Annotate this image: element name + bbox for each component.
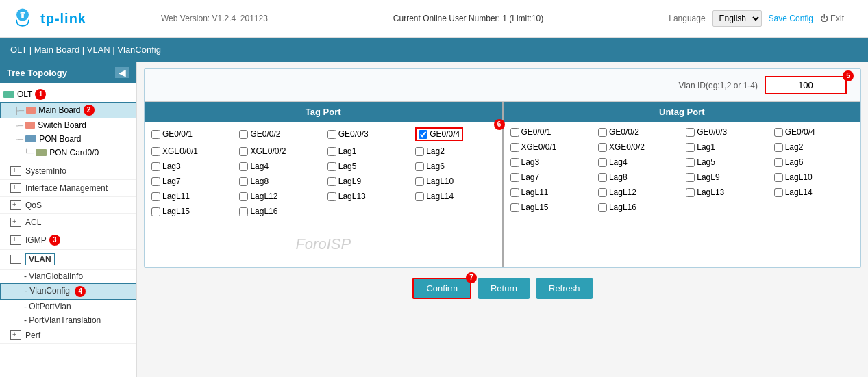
menu-item-systeminfo[interactable]: SystemInfo xyxy=(0,163,136,180)
checkbox-untag-lagl15[interactable] xyxy=(510,203,519,212)
save-config-link[interactable]: Save Config xyxy=(769,14,813,23)
checkbox-untag-lagl14[interactable] xyxy=(774,188,783,197)
sidebar-item-pon-card[interactable]: └─ PON Card0/0 xyxy=(0,146,136,159)
menu-item-interface[interactable]: Interface Management xyxy=(0,180,136,197)
checkbox-untag-lag1[interactable] xyxy=(686,143,695,152)
checkbox-tag-xge002[interactable] xyxy=(239,147,248,156)
checkbox-untag-ge003[interactable] xyxy=(686,128,695,137)
svg-rect-1 xyxy=(20,12,25,14)
checkbox-tag-lag1[interactable] xyxy=(327,147,336,156)
breadcrumb: OLT | Main Board | VLAN | VlanConfig xyxy=(10,44,161,55)
checkbox-untag-lag7[interactable] xyxy=(510,173,519,182)
checkbox-tag-ge002[interactable] xyxy=(239,130,248,139)
expand-icon-vlan xyxy=(10,255,21,264)
header-right: Language English Save Config ⏻ Exit xyxy=(669,10,844,27)
checkbox-tag-lag8[interactable] xyxy=(239,177,248,186)
submenu-port-vlan-trans[interactable]: - PortVlanTranslation xyxy=(0,313,136,327)
checkbox-tag-lagl11[interactable] xyxy=(151,192,160,201)
checkbox-untag-lagl13[interactable] xyxy=(686,188,695,197)
untag-port-lagl10: LagL10 xyxy=(770,170,858,185)
badge-3: 3 xyxy=(49,235,60,246)
submenu-vlan-config[interactable]: - VlanConfig 4 xyxy=(0,283,136,300)
checkbox-tag-lag4[interactable] xyxy=(239,162,248,171)
submenu-vlan-global[interactable]: - VlanGlobalInfo xyxy=(0,270,136,283)
checkbox-tag-lagl10[interactable] xyxy=(415,177,424,186)
exit-button[interactable]: ⏻ Exit xyxy=(820,14,844,23)
checkbox-tag-lagl13[interactable] xyxy=(327,192,336,201)
ports-sections: Tag Port GE0/0/1 GE0/0/2 GE0/0/3 xyxy=(145,102,860,267)
checkbox-tag-lag5[interactable] xyxy=(327,162,336,171)
expand-icon-systeminfo xyxy=(10,166,21,176)
expand-icon-qos xyxy=(10,200,21,210)
tag-port-lag8: Lag8 xyxy=(235,174,323,189)
sidebar-item-olt[interactable]: OLT 1 xyxy=(0,87,136,102)
expand-icon-igmp xyxy=(10,235,21,245)
untag-port-lag8: Lag8 xyxy=(594,170,682,185)
checkbox-untag-lag2[interactable] xyxy=(774,143,783,152)
sidebar-item-main-board[interactable]: ├─ Main Board 2 xyxy=(0,102,136,118)
pon-board-icon xyxy=(25,135,36,142)
checkbox-tag-lagl9[interactable] xyxy=(327,177,336,186)
olt-label: OLT xyxy=(17,90,32,99)
tag-port-lagl10: LagL10 xyxy=(411,174,499,189)
checkbox-tag-xge001[interactable] xyxy=(151,147,160,156)
checkbox-untag-ge001[interactable] xyxy=(510,128,519,137)
checkbox-untag-lag4[interactable] xyxy=(598,158,607,167)
menu-item-perf[interactable]: Perf xyxy=(0,327,136,344)
vlan-config-box: Vlan ID(eg:1,2 or 1-4) 5 Tag Port GE0/0/… xyxy=(144,68,861,268)
language-select[interactable]: English xyxy=(712,10,762,27)
refresh-button[interactable]: Refresh xyxy=(536,278,593,299)
untag-port-ge002: GE0/0/2 xyxy=(594,125,682,140)
submenu-olt-port-vlan[interactable]: - OltPortVlan xyxy=(0,300,136,313)
checkbox-untag-xge001[interactable] xyxy=(510,143,519,152)
checkbox-tag-lag2[interactable] xyxy=(415,147,424,156)
checkbox-untag-lag8[interactable] xyxy=(598,173,607,182)
sidebar-item-pon-board[interactable]: ├─ PON Board xyxy=(0,132,136,146)
tag-port-lag5: Lag5 xyxy=(323,159,411,174)
checkbox-untag-lag6[interactable] xyxy=(774,158,783,167)
checkbox-untag-lagl9[interactable] xyxy=(686,173,695,182)
checkbox-untag-ge002[interactable] xyxy=(598,128,607,137)
return-button[interactable]: Return xyxy=(478,278,530,299)
checkbox-tag-lag7[interactable] xyxy=(151,177,160,186)
menu-item-qos[interactable]: QoS xyxy=(0,197,136,214)
checkbox-untag-lagl16[interactable] xyxy=(598,203,607,212)
tag-port-xge001: XGE0/0/1 xyxy=(147,144,235,159)
checkbox-tag-ge003[interactable] xyxy=(327,130,336,139)
sidebar-item-switch-board[interactable]: ├─ Switch Board xyxy=(0,118,136,132)
checkbox-untag-lagl11[interactable] xyxy=(510,188,519,197)
tag-port-lagl12: LagL12 xyxy=(235,189,323,204)
menu-item-acl[interactable]: ACL xyxy=(0,214,136,231)
logo-text: tp-link xyxy=(40,11,86,27)
checkbox-untag-lagl12[interactable] xyxy=(598,188,607,197)
vlan-id-row: Vlan ID(eg:1,2 or 1-4) 5 xyxy=(145,69,860,102)
expand-icon-perf xyxy=(10,330,21,340)
untag-port-lag3: Lag3 xyxy=(506,155,594,170)
checkbox-tag-lagl15[interactable] xyxy=(151,207,160,216)
checkbox-untag-lagl10[interactable] xyxy=(774,173,783,182)
checkbox-untag-xge002[interactable] xyxy=(598,143,607,152)
sidebar-toggle-button[interactable]: ◀ xyxy=(115,67,129,78)
checkbox-tag-lagl14[interactable] xyxy=(415,192,424,201)
checkbox-tag-ge001[interactable] xyxy=(151,130,160,139)
main-layout: Tree Topology ◀ OLT 1 ├─ Main Board 2 ├─… xyxy=(0,62,868,377)
checkbox-untag-lag5[interactable] xyxy=(686,158,695,167)
checkbox-tag-lagl16[interactable] xyxy=(239,207,248,216)
checkbox-untag-ge004[interactable] xyxy=(774,128,783,137)
checkbox-untag-lag3[interactable] xyxy=(510,158,519,167)
vlan-id-input[interactable] xyxy=(765,76,847,94)
menu-item-igmp[interactable]: IGMP 3 xyxy=(0,231,136,250)
breadcrumb-bar: OLT | Main Board | VLAN | VlanConfig xyxy=(0,38,868,62)
sidebar: Tree Topology ◀ OLT 1 ├─ Main Board 2 ├─… xyxy=(0,62,137,377)
checkbox-tag-lagl12[interactable] xyxy=(239,192,248,201)
watermark: ForoISP xyxy=(145,222,502,267)
checkbox-tag-lag6[interactable] xyxy=(415,162,424,171)
tp-link-logo-icon xyxy=(10,6,35,31)
tag-port-lag6: Lag6 xyxy=(411,159,499,174)
checkbox-tag-ge004[interactable] xyxy=(419,130,427,139)
checkbox-tag-lag3[interactable] xyxy=(151,162,160,171)
untag-port-xge001: XGE0/0/1 xyxy=(506,140,594,155)
tag-port-lag1: Lag1 xyxy=(323,144,411,159)
confirm-button[interactable]: Confirm xyxy=(412,278,471,299)
menu-item-vlan[interactable]: VLAN xyxy=(0,250,136,270)
